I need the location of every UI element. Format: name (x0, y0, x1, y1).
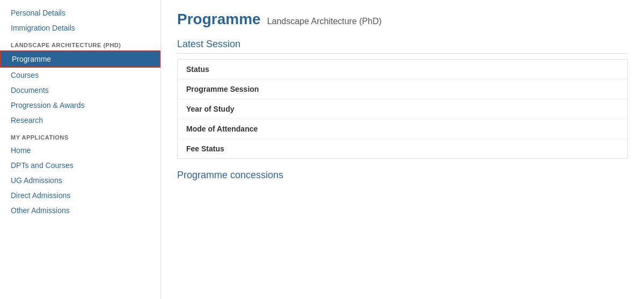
page-title: Programme (177, 11, 261, 28)
sidebar-section-label-landscape: LANDSCAPE ARCHITECTURE (PHD) (0, 35, 160, 50)
info-card: Status Programme Session Year of Study M… (177, 59, 628, 159)
info-row-status: Status (178, 60, 627, 79)
programme-concessions-heading: Programme concessions (177, 170, 628, 181)
latest-session-heading: Latest Session (177, 39, 628, 54)
sidebar-link-courses[interactable]: Courses (0, 68, 160, 83)
sidebar-link-ug-admissions[interactable]: UG Admissions (0, 173, 160, 188)
page-header: Programme Landscape Architecture (PhD) (177, 11, 628, 28)
main-content: Programme Landscape Architecture (PhD) L… (161, 0, 644, 299)
sidebar-link-dpts-courses[interactable]: DPTs and Courses (0, 158, 160, 173)
sidebar-link-progression-awards[interactable]: Progression & Awards (0, 98, 160, 113)
sidebar-link-documents[interactable]: Documents (0, 83, 160, 98)
sidebar-link-immigration-details[interactable]: Immigration Details (0, 20, 160, 35)
sidebar-link-personal-details[interactable]: Personal Details (0, 5, 160, 20)
sidebar-link-research[interactable]: Research (0, 113, 160, 128)
info-row-programme-session: Programme Session (178, 79, 627, 99)
page-subtitle: Landscape Architecture (PhD) (267, 17, 382, 26)
sidebar-link-other-admissions[interactable]: Other Admissions (0, 203, 160, 218)
sidebar-section-label-my-applications: MY APPLICATIONS (0, 128, 160, 143)
sidebar-link-direct-admissions[interactable]: Direct Admissions (0, 188, 160, 203)
info-row-fee-status: Fee Status (178, 139, 627, 158)
info-row-year-of-study: Year of Study (178, 99, 627, 119)
sidebar-link-home[interactable]: Home (0, 143, 160, 158)
sidebar-link-programme[interactable]: Programme (0, 50, 160, 68)
info-row-mode-of-attendance: Mode of Attendance (178, 119, 627, 139)
sidebar: Personal Details Immigration Details LAN… (0, 0, 161, 299)
